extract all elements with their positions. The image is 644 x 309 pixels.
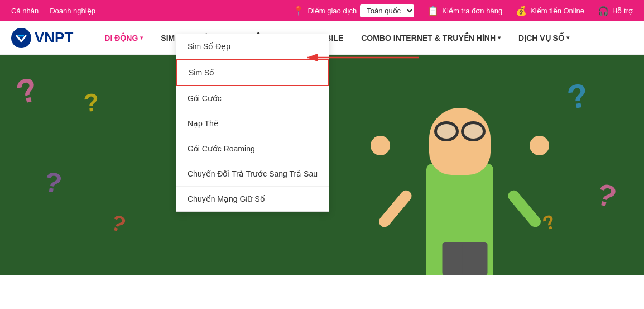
nav-combo[interactable]: COMBO INTERNET & TRUYỀN HÌNH ▾ [352,21,510,54]
main-nav: DI ĐỘNG ▾ SIM KÈM GÓI ▾ TRUYỀN HÌNH MYTV… [95,21,578,54]
dropdown-item-chuyen-mang[interactable]: Chuyển Mạng Giữ Số [176,187,329,211]
ho-tro[interactable]: 🎧 Hỗ trợ [598,6,633,16]
kiem-tien-label: Kiếm tiền Online [530,7,584,15]
kiem-tra-don-hang[interactable]: 📋 Kiểm tra đơn hàng [427,6,502,16]
dropdown-item-chuyen-doi[interactable]: Chuyển Đổi Trả Trước Sang Trả Sau [176,161,329,187]
headphone-icon: 🎧 [598,6,609,16]
logo-text: VNPT [35,29,73,46]
dropdown-item-goi-cuoc[interactable]: Gói Cước [176,86,329,111]
diem-giao-dich[interactable]: 📍 Điểm giao dịch Toàn quốc [293,4,414,17]
child-illustration [376,74,544,275]
qmark-3: ? [83,88,100,118]
di-dong-label: DI ĐỘNG [104,34,138,42]
ho-tro-label: Hỗ trợ [612,7,633,15]
top-bar-left: Cá nhân Doanh nghiệp [11,7,95,15]
kiem-tra-label: Kiểm tra đơn hàng [442,7,502,15]
dropdown-item-sim-so[interactable]: Sim Số [176,59,329,86]
ca-nhan-link[interactable]: Cá nhân [11,7,39,15]
dropdown-item-sim-so-dep[interactable]: Sim Số Đẹp [176,34,329,59]
location-pin-icon: 📍 [293,6,304,16]
diem-giao-dich-label: Điểm giao dịch [307,7,357,15]
doanh-nghiep-link[interactable]: Doanh nghiệp [50,7,95,15]
dich-vu-so-chevron-icon: ▾ [566,35,569,41]
top-bar-right: 📍 Điểm giao dịch Toàn quốc 📋 Kiểm tra đơ… [293,4,633,17]
combo-label: COMBO INTERNET & TRUYỀN HÌNH [361,34,496,42]
di-dong-dropdown: Sim Số Đẹp Sim Số Gói Cước Nạp Thẻ Gói C… [176,34,329,212]
vnpt-logo-icon [11,28,31,48]
di-dong-chevron-icon: ▾ [140,35,143,41]
top-bar: Cá nhân Doanh nghiệp 📍 Điểm giao dịch To… [0,0,644,21]
kiem-tien-online[interactable]: 💰 Kiếm tiền Online [516,6,584,16]
document-icon: 📋 [427,6,439,16]
logo[interactable]: VNPT [11,28,73,48]
dropdown-item-nap-the[interactable]: Nạp Thẻ [176,111,329,136]
nav-di-dong[interactable]: DI ĐỘNG ▾ [95,21,152,54]
svg-point-0 [11,28,31,48]
dropdown-item-goi-cuoc-roaming[interactable]: Gói Cước Roaming [176,136,329,161]
combo-chevron-icon: ▾ [498,35,501,41]
dich-vu-so-label: DỊCH VỤ SỐ [518,34,564,42]
nav-dich-vu-so[interactable]: DỊCH VỤ SỐ ▾ [510,21,578,54]
money-icon: 💰 [516,6,527,16]
location-select[interactable]: Toàn quốc [360,4,414,17]
